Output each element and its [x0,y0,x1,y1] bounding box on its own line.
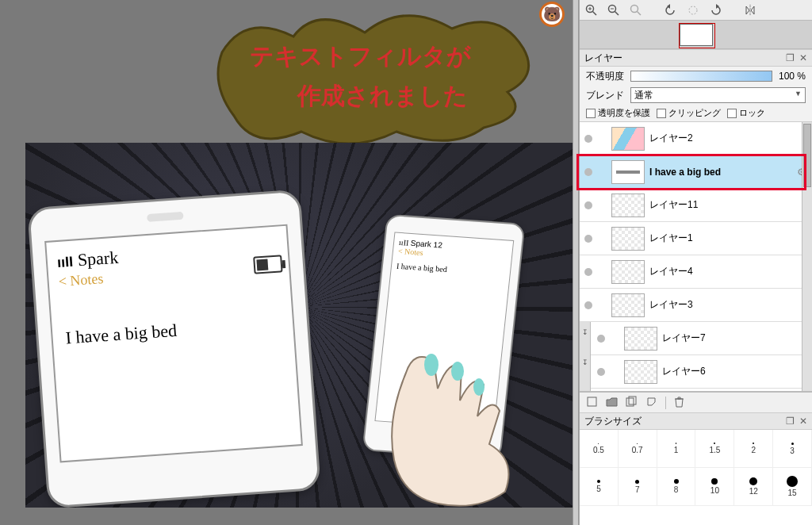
opacity-value: 100 % [779,71,806,82]
blend-mode-select[interactable]: 通常 [630,87,806,103]
brush-size-cell[interactable]: 8 [657,468,696,506]
visibility-toggle[interactable] [584,201,592,209]
layer-footer-toolbar [580,392,812,412]
brush-size-cell[interactable]: 2 [734,430,773,468]
layer-row[interactable]: レイヤー2 [580,122,812,155]
layer-name: レイヤー1 [649,232,809,245]
svg-text:作成されました: 作成されました [296,82,468,109]
new-folder-icon[interactable] [606,397,618,409]
layer-thumbnail [611,160,645,184]
duplicate-layer-icon[interactable] [626,396,638,410]
canvas-area[interactable]: 🐻 テキストフィルタが 作成されました ııIISpark < Notes I … [0,0,573,525]
layer-name: レイヤー11 [649,198,809,212]
visibility-toggle[interactable] [597,335,605,343]
brush-size-cell[interactable]: 0.7 [619,430,657,468]
layer-thumbnail [611,293,645,317]
visibility-toggle[interactable] [584,168,592,176]
zoom-out-icon[interactable] [607,3,621,17]
reset-rotation-icon[interactable] [686,3,700,17]
brush-size-cell[interactable]: 12 [734,468,773,506]
brush-title: ブラシサイズ [584,415,642,428]
svg-point-14 [689,6,697,14]
new-layer-icon[interactable] [586,396,598,410]
zoom-fit-icon[interactable] [629,3,643,17]
layer-row[interactable]: レイヤー6 [580,355,812,389]
view-toolbar [580,0,812,21]
brush-size-cell[interactable]: 10 [695,468,734,506]
blend-row: ブレンド 通常 [580,86,812,105]
right-sidebar: レイヤー ❐✕ 不透明度 100 % ブレンド 通常 透明度を保護 クリッピング… [579,0,812,525]
blend-label: ブレンド [586,89,624,102]
visibility-toggle[interactable] [584,301,592,309]
layer-name: レイヤー6 [662,365,809,378]
opacity-label: 不透明度 [586,70,624,83]
brush-size-cell[interactable]: 7 [619,468,657,506]
brush-size-cell[interactable]: 1.5 [695,430,734,468]
brush-size-cell[interactable]: 0.5 [580,430,619,468]
layer-row[interactable]: レイヤー7 [580,322,812,355]
brush-size-panel: 0.50.711.523578101215 [580,430,812,525]
layer-thumbnail [611,227,645,251]
layers-panel-header[interactable]: レイヤー ❐✕ [580,49,812,67]
layer-row[interactable]: レイヤー4 [580,255,812,289]
flip-horizontal-icon[interactable] [743,3,757,17]
svg-line-13 [638,11,642,15]
visibility-toggle[interactable] [584,135,592,143]
visibility-toggle[interactable] [584,235,592,243]
phone-text: I have a big bed [62,312,284,348]
layer-list[interactable]: ↧↧ レイヤー2 I have a big bed ⚙ レイヤー11 レイヤー1… [580,122,812,392]
undock-brush-icon[interactable]: ❐ [786,416,795,427]
svg-text:テキストフィルタが: テキストフィルタが [250,43,472,69]
layers-title: レイヤー [584,52,622,65]
brush-size-cell[interactable]: 15 [773,468,812,506]
visibility-toggle[interactable] [597,368,605,376]
layer-row[interactable]: レイヤー11 [580,189,812,222]
brush-panel-header[interactable]: ブラシサイズ ❐✕ [580,412,812,430]
battery-icon [253,255,282,274]
panel-divider[interactable] [573,0,579,525]
brush-size-cell[interactable]: 3 [773,430,812,468]
layer-row[interactable]: レイヤー3 [580,289,812,322]
brush-size-cell[interactable]: 5 [580,468,619,506]
layer-options-row: 透明度を保護 クリッピング ロック [580,105,812,122]
close-brush-icon[interactable]: ✕ [799,416,807,427]
zoom-in-icon[interactable] [584,3,599,17]
visibility-toggle[interactable] [584,268,592,276]
svg-point-4 [473,378,485,396]
svg-line-10 [615,11,619,15]
phone-big: ııIISpark < Notes I have a big bed [27,189,321,508]
layer-thumbnail [611,260,645,284]
carrier-label: Spark [77,247,119,270]
clipping-checkbox[interactable]: クリッピング [657,107,721,119]
rotate-left-icon[interactable] [664,3,678,17]
layer-row[interactable]: I have a big bed ⚙ [580,155,812,189]
navigator-thumb[interactable] [680,24,713,46]
svg-rect-16 [588,397,596,406]
layer-row[interactable]: レイヤー1 [580,222,812,255]
svg-point-12 [631,5,638,12]
hand-drawing [358,341,541,508]
layer-name: レイヤー2 [649,132,809,145]
close-panel-icon[interactable]: ✕ [799,52,807,63]
layer-thumbnail [624,327,657,351]
layer-name: レイヤー7 [662,331,809,345]
layer-scrollbar[interactable] [802,122,812,391]
lock-checkbox[interactable]: ロック [727,107,765,119]
navigator-panel[interactable] [580,21,812,49]
brush-size-cell[interactable]: 1 [657,430,696,468]
rotate-right-icon[interactable] [708,3,722,17]
opacity-slider[interactable] [630,71,772,82]
layer-name: I have a big bed [649,167,792,178]
protect-alpha-checkbox[interactable]: 透明度を保護 [586,107,650,119]
merge-layer-icon[interactable] [645,396,657,410]
user-avatar[interactable]: 🐻 [539,2,565,27]
layer-thumbnail [624,360,657,384]
layer-name: レイヤー4 [649,265,809,278]
delete-layer-icon[interactable] [674,396,684,410]
folder-stripe[interactable]: ↧↧ [580,322,591,391]
undock-icon[interactable]: ❐ [786,52,795,63]
handwritten-annotation: テキストフィルタが 作成されました [206,5,539,155]
artwork-canvas[interactable]: ııIISpark < Notes I have a big bed ııII … [25,143,573,508]
layer-thumbnail [611,127,645,151]
svg-point-2 [424,354,439,376]
